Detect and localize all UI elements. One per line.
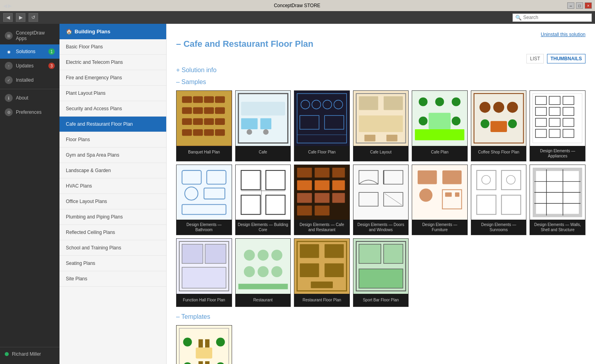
sidebar-school-training[interactable]: School and Training Plans (60, 240, 166, 256)
sidebar-floor-plans[interactable]: Floor Plans (60, 132, 166, 148)
svg-point-131 (257, 250, 269, 261)
thumb-cafe-floor-label: Cafe Floor Plan (294, 146, 349, 159)
sidebar-item-installed[interactable]: ✓ Installed (0, 73, 60, 87)
middle-sidebar: 🏠 Building Plans Basic Floor Plans Elect… (60, 24, 167, 364)
thumb-sport-bar[interactable]: Sport Bar Floor Plan (353, 238, 409, 307)
sidebar-item-solutions[interactable]: ◉ Solutions 1 (0, 44, 60, 59)
svg-rect-84 (297, 167, 312, 177)
solutions-badge: 1 (48, 48, 55, 55)
thumb-design-furn-img (412, 165, 467, 220)
forward-button[interactable]: ▶ (16, 13, 25, 22)
sidebar-office-layout[interactable]: Office Layout Plans (60, 194, 166, 209)
sidebar-solutions-label: Solutions (16, 49, 35, 54)
maximize-button[interactable]: □ (576, 2, 583, 9)
thumb-design-furniture[interactable]: Design Elements — Furniture (412, 165, 468, 236)
thumb-banquet-hall[interactable]: Banquet Hall Plan (176, 90, 232, 161)
thumb-restaurant[interactable]: Restaurant (235, 238, 291, 307)
sidebar-reflected-ceiling[interactable]: Reflected Ceiling Plans (60, 225, 166, 240)
sidebar-item-apps[interactable]: ⊞ ConceptDraw Apps (0, 27, 60, 44)
thumb-cafe[interactable]: Cafe (235, 90, 291, 161)
solution-info-label: + Solution info (176, 67, 217, 74)
thumb-design-building-core[interactable]: Design Elements — Building Core (235, 165, 291, 236)
thumb-design-sunrooms[interactable]: Design Elements — Sunrooms (471, 165, 527, 236)
thumb-design-walls[interactable]: Design Elements — Walls, Shell and Struc… (530, 165, 585, 236)
nav-back-icon[interactable]: ◀ (3, 3, 7, 9)
solution-info-toggle[interactable]: + Solution info (176, 67, 585, 74)
updates-badge: 3 (48, 63, 55, 69)
sidebar-hvac[interactable]: HVAC Plans (60, 178, 166, 194)
sidebar-item-preferences[interactable]: ⚙ Preferences (0, 105, 60, 119)
thumb-cafe-layout[interactable]: Cafe Layout (353, 90, 409, 161)
back-button[interactable]: ◀ (3, 13, 13, 22)
close-button[interactable]: × (585, 2, 592, 9)
nav-forward-icon[interactable]: ▶ (8, 3, 12, 9)
templates-label: – Templates (176, 313, 210, 320)
thumb-cafe-restaurant-template[interactable]: Cafe and Restaurant (176, 325, 232, 364)
thumb-design-bathroom[interactable]: Design Elements — Bathroom (176, 165, 232, 236)
thumb-function-img (177, 239, 232, 294)
sidebar-item-updates[interactable]: ↑ Updates 3 (0, 59, 60, 73)
refresh-button[interactable]: ↺ (29, 13, 38, 22)
thumbnails-view-button[interactable]: THUMBNAILS (547, 54, 585, 63)
svg-rect-94 (315, 205, 329, 215)
thumb-cafe-floor-img (294, 91, 349, 146)
svg-point-22 (246, 129, 252, 135)
sidebar-plumbing-piping[interactable]: Plumbing and Piping Plans (60, 209, 166, 225)
thumb-design-cafe-label: Design Elements — Cafe and Restaurant (294, 220, 349, 235)
thumb-function-hall[interactable]: Function Hall Floor Plan (176, 238, 232, 307)
thumb-cafe-plan[interactable]: Cafe Plan (412, 90, 468, 161)
svg-rect-6 (193, 107, 203, 114)
uninstall-link[interactable]: Uninstall this solution (541, 32, 585, 37)
sidebar-preferences-label: Preferences (16, 109, 42, 115)
svg-point-50 (480, 102, 491, 113)
thumb-banquet-img (177, 91, 232, 146)
samples-section-header[interactable]: – Samples (176, 79, 585, 86)
search-box[interactable]: 🔍 (512, 13, 592, 22)
sidebar-landscape-garden[interactable]: Landscape & Garden (60, 163, 166, 178)
svg-rect-24 (294, 91, 349, 146)
svg-rect-159 (205, 361, 209, 364)
svg-rect-88 (315, 180, 329, 190)
svg-point-45 (452, 117, 461, 125)
main-layout: ⊞ ConceptDraw Apps ◉ Solutions 1 ↑ Updat… (0, 24, 595, 364)
thumb-design-doors-windows[interactable]: Design Elements — Doors and Windows (353, 165, 409, 236)
svg-rect-55 (490, 121, 507, 132)
thumb-design-build-img (236, 165, 291, 220)
sidebar-plant-layout[interactable]: Plant Layout Plans (60, 86, 166, 101)
minimize-button[interactable]: – (567, 2, 574, 9)
thumb-restaurant-floor-label: Restaurant Floor Plan (294, 294, 349, 307)
svg-rect-4 (215, 96, 225, 103)
svg-rect-7 (204, 107, 214, 114)
templates-section-header[interactable]: – Templates (176, 313, 585, 320)
sidebar-apps-label: ConceptDraw Apps (16, 30, 55, 41)
svg-rect-91 (315, 193, 329, 203)
sidebar-security-access[interactable]: Security and Access Plans (60, 101, 166, 117)
sidebar-item-about[interactable]: ℹ About (0, 91, 60, 105)
svg-point-54 (508, 119, 517, 128)
thumb-coffee-shop[interactable]: Coffee Shop Floor Plan (471, 90, 527, 161)
search-input[interactable] (523, 15, 589, 20)
sidebar-seating-plans[interactable]: Seating Plans (60, 256, 166, 271)
sidebar-site-plans[interactable]: Site Plans (60, 271, 166, 287)
view-controls: LIST THUMBNAILS (176, 54, 585, 63)
nav-bar: ◀ ▶ ↺ 🔍 (0, 11, 595, 24)
sidebar-cafe-restaurant[interactable]: Cafe and Restaurant Floor Plan (60, 117, 166, 132)
list-view-button[interactable]: LIST (526, 54, 543, 63)
svg-rect-128 (182, 267, 226, 288)
thumb-design-doors-label: Design Elements — Doors and Windows (353, 220, 409, 235)
thumb-design-cafe-restaurant[interactable]: Design Elements — Cafe and Restaurant (294, 165, 350, 236)
thumb-restaurant-floor-img (294, 239, 349, 294)
svg-rect-156 (198, 339, 203, 347)
sidebar-gym-spa[interactable]: Gym and Spa Area Plans (60, 148, 166, 163)
sidebar-electric-telecom[interactable]: Electric and Telecom Plans (60, 55, 166, 70)
sidebar-fire-emergency[interactable]: Fire and Emergency Plans (60, 70, 166, 86)
sidebar-basic-floor[interactable]: Basic Floor Plans (60, 39, 166, 55)
thumb-restaurant-floor-plan[interactable]: Restaurant Floor Plan (294, 238, 350, 307)
thumb-design-appliances[interactable]: Design Elements — Appliances (530, 90, 585, 161)
svg-point-105 (419, 188, 432, 201)
svg-rect-19 (241, 118, 257, 129)
title-bar: ◀ ▶ ConceptDraw STORE – □ × (0, 0, 595, 11)
svg-rect-85 (315, 167, 329, 177)
thumb-cafe-rest-img (177, 326, 232, 364)
thumb-cafe-floor-plan[interactable]: Cafe Floor Plan (294, 90, 350, 161)
